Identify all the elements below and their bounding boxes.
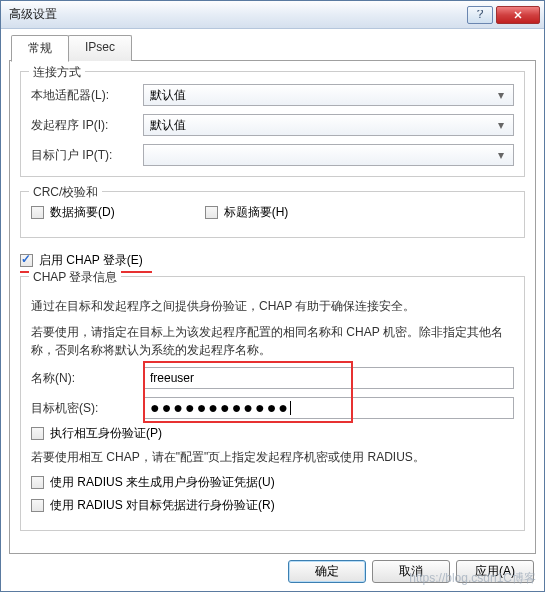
tab-strip: 常规 IPsec — [9, 35, 536, 61]
titlebar: 高级设置 ? — [1, 1, 544, 29]
name-label: 名称(N): — [31, 370, 143, 387]
chevron-down-icon: ▾ — [493, 87, 509, 103]
chevron-down-icon: ▾ — [493, 117, 509, 133]
chevron-down-icon: ▾ — [493, 147, 509, 163]
adapter-value: 默认值 — [150, 87, 493, 104]
data-digest-label: 数据摘要(D) — [50, 204, 115, 221]
radius1-checkbox[interactable]: 使用 RADIUS 来生成用户身份验证凭据(U) — [31, 474, 514, 491]
chap-group: CHAP 登录信息 通过在目标和发起程序之间提供身份验证，CHAP 有助于确保连… — [20, 276, 525, 531]
header-digest-label: 标题摘要(H) — [224, 204, 289, 221]
mutual-desc: 若要使用相互 CHAP，请在"配置"页上指定发起程序机密或使用 RADIUS。 — [31, 448, 514, 466]
window-title: 高级设置 — [9, 6, 467, 23]
tab-ipsec[interactable]: IPsec — [68, 35, 132, 61]
initiator-value: 默认值 — [150, 117, 493, 134]
dialog-footer: 确定 取消 应用(A) — [9, 554, 536, 583]
adapter-combo[interactable]: 默认值 ▾ — [143, 84, 514, 106]
help-button[interactable]: ? — [467, 6, 493, 24]
checkbox-checked-icon — [20, 254, 33, 267]
target-label: 目标门户 IP(T): — [31, 147, 143, 164]
dialog-window: 高级设置 ? 常规 IPsec 连接方式 本地适配器(L): 默认值 ▾ — [0, 0, 545, 592]
checkbox-icon — [31, 499, 44, 512]
initiator-combo[interactable]: 默认值 ▾ — [143, 114, 514, 136]
tab-general[interactable]: 常规 — [11, 35, 69, 62]
window-buttons: ? — [467, 6, 540, 24]
target-combo[interactable]: ▾ — [143, 144, 514, 166]
radius2-label: 使用 RADIUS 对目标凭据进行身份验证(R) — [50, 497, 275, 514]
checkbox-icon — [31, 427, 44, 440]
apply-button[interactable]: 应用(A) — [456, 560, 534, 583]
radius2-checkbox[interactable]: 使用 RADIUS 对目标凭据进行身份验证(R) — [31, 497, 514, 514]
secret-value: ●●●●●●●●●●●● — [150, 399, 290, 417]
secret-label: 目标机密(S): — [31, 400, 143, 417]
close-button[interactable] — [496, 6, 540, 24]
checkbox-icon — [205, 206, 218, 219]
checkbox-icon — [31, 476, 44, 489]
chap-desc1: 通过在目标和发起程序之间提供身份验证，CHAP 有助于确保连接安全。 — [31, 297, 514, 315]
name-value: freeuser — [150, 371, 194, 385]
cancel-button[interactable]: 取消 — [372, 560, 450, 583]
secret-input[interactable]: ●●●●●●●●●●●● — [143, 397, 514, 419]
initiator-label: 发起程序 IP(I): — [31, 117, 143, 134]
connect-group: 连接方式 本地适配器(L): 默认值 ▾ 发起程序 IP(I): 默认值 ▾ — [20, 71, 525, 177]
header-digest-checkbox[interactable]: 标题摘要(H) — [205, 204, 289, 221]
name-input[interactable]: freeuser — [143, 367, 514, 389]
connect-legend: 连接方式 — [29, 64, 85, 81]
enable-chap-checkbox[interactable]: 启用 CHAP 登录(E) — [20, 252, 525, 269]
adapter-label: 本地适配器(L): — [31, 87, 143, 104]
chap-legend: CHAP 登录信息 — [29, 269, 121, 286]
mutual-checkbox[interactable]: 执行相互身份验证(P) — [31, 425, 514, 442]
tab-panel: 连接方式 本地适配器(L): 默认值 ▾ 发起程序 IP(I): 默认值 ▾ — [9, 60, 536, 554]
mutual-label: 执行相互身份验证(P) — [50, 425, 162, 442]
chap-desc2: 若要使用，请指定在目标上为该发起程序配置的相同名称和 CHAP 机密。除非指定其… — [31, 323, 514, 359]
svg-text:?: ? — [477, 10, 484, 20]
crc-group: CRC/校验和 数据摘要(D) 标题摘要(H) — [20, 191, 525, 238]
checkbox-icon — [31, 206, 44, 219]
enable-chap-label: 启用 CHAP 登录(E) — [39, 252, 143, 269]
ok-button[interactable]: 确定 — [288, 560, 366, 583]
crc-legend: CRC/校验和 — [29, 184, 102, 201]
radius1-label: 使用 RADIUS 来生成用户身份验证凭据(U) — [50, 474, 275, 491]
chap-fields: 名称(N): freeuser 目标机密(S): ●●●●●●●●●●●● — [31, 367, 514, 419]
data-digest-checkbox[interactable]: 数据摘要(D) — [31, 204, 115, 221]
